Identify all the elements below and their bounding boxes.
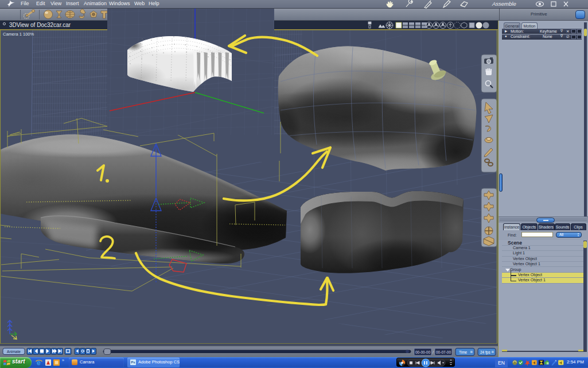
svg-text:»: » <box>62 358 64 362</box>
svg-text:≣: ≣ <box>470 350 473 354</box>
svg-text:Animate: Animate <box>7 350 21 354</box>
svg-text:00-07-00: 00-07-00 <box>436 350 451 354</box>
svg-text:≣: ≣ <box>491 350 494 354</box>
svg-text:Camera 1 100%: Camera 1 100% <box>3 32 34 37</box>
svg-text:Time: Time <box>459 350 468 354</box>
svg-text:e: e <box>37 359 41 367</box>
svg-text:00-00-00: 00-00-00 <box>415 350 430 354</box>
svg-text:/: / <box>433 350 434 354</box>
svg-text:24 fps: 24 fps <box>480 350 490 355</box>
